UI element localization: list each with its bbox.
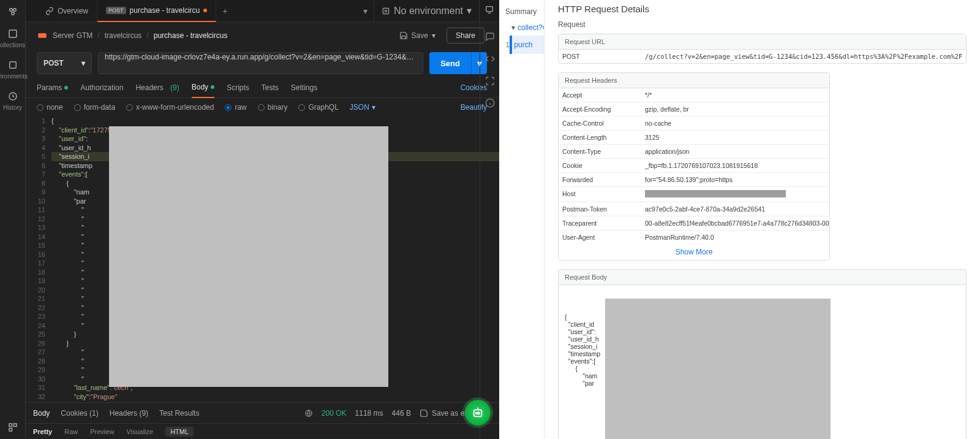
link-icon [45, 7, 54, 15]
show-more-link[interactable]: Show More [559, 244, 829, 260]
resp-tab-tests[interactable]: Test Results [159, 409, 199, 418]
breadcrumb: Server GTM/ travelcircus/ purchase - tra… [0, 22, 499, 49]
resp-tab-body[interactable]: Body [33, 409, 50, 418]
chevron-down-icon: ▾ [372, 103, 375, 112]
tab-add-button[interactable]: + [216, 6, 233, 16]
radio-xform[interactable]: x-www-form-urlencoded [126, 103, 214, 112]
viewmode-preview[interactable]: Preview [90, 428, 114, 435]
svg-rect-6 [9, 424, 12, 427]
collect-request-link[interactable]: ▾collect?v [499, 20, 544, 36]
gtm-details: HTTP Request Details Request Request URL… [545, 0, 980, 439]
redaction-overlay [605, 299, 831, 439]
section-request-label: Request [558, 20, 967, 29]
svg-point-16 [476, 413, 478, 414]
tab-headers[interactable]: Headers (9) [135, 77, 179, 98]
svg-point-10 [385, 10, 387, 12]
resp-tab-cookies[interactable]: Cookies (1) [61, 409, 98, 418]
info-icon[interactable] [485, 98, 495, 108]
share-button[interactable]: Share [447, 28, 484, 44]
chevron-down-icon: ▾ [467, 5, 472, 17]
chevron-down-icon: ▾ [81, 59, 85, 67]
expand-icon[interactable] [485, 76, 495, 86]
tab-settings-request[interactable]: Settings [291, 77, 317, 98]
response-view-modes: Pretty Raw Preview Visualize HTML [0, 423, 499, 439]
breadcrumb-root[interactable]: Server GTM [53, 31, 92, 40]
viewmode-raw[interactable]: Raw [64, 428, 78, 435]
tab-auth[interactable]: Authorization [80, 77, 123, 98]
indicator-dot-icon [211, 85, 214, 89]
breadcrumb-current: purchase - travelcircus [154, 31, 228, 40]
raw-type-select[interactable]: JSON▾ [350, 103, 375, 112]
tab-params[interactable]: Params [37, 77, 68, 98]
editor[interactable]: 1234567891011121314151617181920212223242… [26, 116, 499, 402]
tab-body[interactable]: Body [192, 77, 214, 98]
header-row: Traceparent00-a8e82ecff51f4eafe0bcbad677… [559, 216, 829, 231]
panel-body-header: Request Body [558, 269, 967, 285]
environment-quicklook-icon[interactable] [480, 5, 499, 17]
header-row: Accept-Encodinggzip, deflate, br [559, 102, 829, 116]
redaction-overlay [109, 126, 388, 387]
environment-selector[interactable]: No environment ▾ [374, 0, 480, 22]
radio-none[interactable]: none [37, 103, 63, 112]
req-method-value: POST [559, 50, 641, 63]
radio-formdata[interactable]: form-data [74, 103, 115, 112]
rail-collections[interactable]: ollections [0, 28, 25, 48]
req-index: 1 [499, 36, 510, 54]
editor-gutter: 1234567891011121314151617181920212223242… [26, 116, 51, 401]
radio-raw[interactable]: raw [225, 103, 246, 112]
breadcrumb-mid[interactable]: travelcircus [105, 31, 142, 40]
save-icon [399, 31, 408, 40]
request-line: POST ▾ https://gtm-cloud-image-crlovz7e4… [0, 49, 499, 77]
environment-icon [382, 7, 390, 15]
panel-request-body: Request Body { "client_id "user_id": "us… [558, 269, 967, 439]
tab-list-chevron-icon[interactable]: ▾ [357, 6, 374, 16]
chevron-down-icon[interactable]: ▾ [432, 31, 435, 40]
svg-point-2 [11, 12, 14, 15]
rail-apps-icon[interactable] [7, 422, 18, 433]
gtm-preview-window: Summary ▾collect?v 1 purch HTTP Request … [499, 0, 980, 439]
header-row: Postman-Tokenac97e0c5-2abf-4ce7-870a-34a… [559, 202, 829, 216]
tab-bar: Overview POST purchase - travelcircu + ▾… [0, 0, 499, 22]
body-type-row: none form-data x-www-form-urlencoded raw… [0, 98, 499, 116]
comment-icon[interactable] [485, 32, 495, 42]
http-icon [37, 30, 48, 41]
header-row: Forwardedfor="54.86.50.139";proto=https [559, 173, 829, 187]
viewmode-visualize[interactable]: Visualize [126, 428, 153, 435]
postbot-button[interactable] [465, 400, 491, 426]
left-rail: ollections vironments History [0, 0, 26, 439]
svg-rect-9 [383, 8, 388, 13]
tab-overview[interactable]: Overview [37, 0, 97, 22]
globe-icon[interactable] [304, 409, 313, 418]
tab-tests[interactable]: Tests [262, 77, 279, 98]
rail-history[interactable]: History [3, 91, 22, 111]
header-row: Host [559, 187, 829, 202]
send-button[interactable]: Send [429, 52, 471, 74]
workspace-icon[interactable] [7, 6, 18, 17]
summary-tab[interactable]: Summary [499, 4, 544, 20]
url-input[interactable]: https://gtm-cloud-image-crlovz7e4a-ey.a.… [98, 52, 423, 74]
request-body-code[interactable]: { "client_id "user_id": "user_id_h "sess… [558, 285, 967, 439]
header-row: User-AgentPostmanRuntime/7.40.0 [559, 231, 829, 244]
code-icon[interactable] [485, 54, 495, 64]
radio-binary[interactable]: binary [258, 103, 288, 112]
tab-scripts[interactable]: Scripts [227, 77, 249, 98]
tab-purchase[interactable]: POST purchase - travelcircu [97, 0, 216, 22]
gtm-sidebar: Summary ▾collect?v 1 purch [499, 0, 545, 439]
save-label: Save [412, 31, 428, 40]
resp-tab-headers[interactable]: Headers (9) [110, 409, 148, 418]
rail-environments[interactable]: vironments [0, 59, 28, 80]
outgoing-request-item[interactable]: purch [510, 36, 544, 54]
svg-rect-3 [9, 30, 17, 37]
save-button[interactable]: Save ▾ [394, 29, 440, 42]
svg-rect-11 [486, 6, 493, 11]
panel-request-headers: Request Headers Accept*/*Accept-Encoding… [558, 72, 830, 261]
viewmode-html[interactable]: HTML [165, 427, 194, 437]
method-select[interactable]: POST ▾ [37, 52, 92, 74]
viewmode-pretty[interactable]: Pretty [33, 428, 52, 435]
svg-point-1 [13, 9, 16, 12]
robot-icon [471, 406, 484, 419]
radio-graphql[interactable]: GraphQL [298, 103, 338, 112]
header-row: Cookie_fbp=fb.1.1720769107023.1081915618 [559, 159, 829, 173]
svg-rect-8 [9, 429, 12, 432]
svg-point-0 [9, 9, 12, 12]
